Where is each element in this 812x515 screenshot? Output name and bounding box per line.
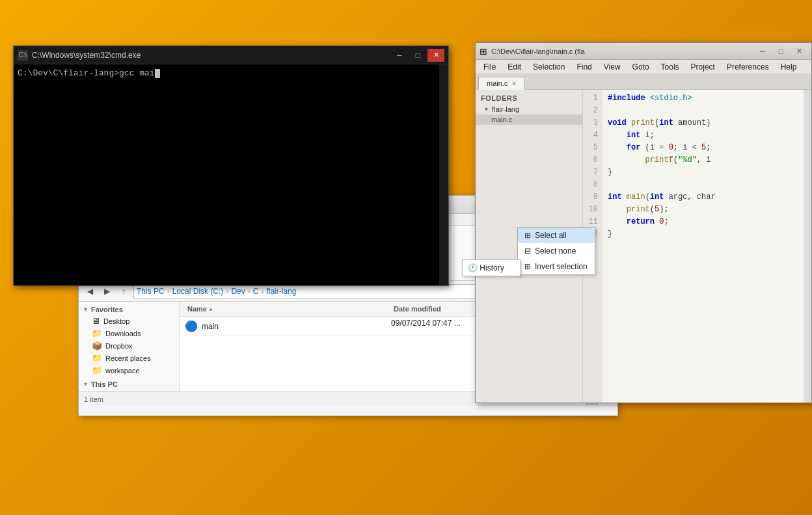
cmd-title: C:\Windows\system32\cmd.exe (32, 51, 141, 60)
dropdown-invertsel[interactable]: ⊞ Invert selection (518, 259, 595, 274)
menu-view[interactable]: View (599, 61, 626, 73)
code-line-10: print(5); (608, 204, 806, 216)
desktop-fav-label: Desktop (103, 317, 129, 325)
code-line-9: int main(int argc, char (608, 191, 806, 204)
cmd-window: C:\ C:\Windows\system32\cmd.exe ─ □ ✕ C:… (13, 46, 449, 286)
breadcrumb-dev[interactable]: Dev (231, 287, 245, 296)
favorites-header[interactable]: ▼ Favorites (79, 304, 179, 315)
file-name-cell: 🔵 main (185, 319, 391, 334)
breadcrumb-thispc[interactable]: This PC (137, 287, 165, 296)
editor-minimize-button[interactable]: ─ (754, 45, 771, 58)
breadcrumb: This PC › Local Disk (C:) › Dev › C › fl… (137, 287, 296, 296)
file-date: 09/07/2014 07:47 ... (391, 319, 482, 334)
col-date-label: Date modified (394, 305, 441, 313)
tab-mainc-label: main.c (487, 79, 508, 87)
dropbox-icon: 📦 (92, 341, 102, 350)
dropdown-selectall[interactable]: ⊞ Select all (518, 228, 595, 243)
invertsel-dd-label: Invert selection (535, 262, 588, 271)
desktop: C:\ C:\Windows\system32\cmd.exe ─ □ ✕ C:… (0, 0, 812, 515)
thispc-arrow: ▼ (83, 381, 88, 388)
menu-goto[interactable]: Goto (627, 61, 655, 73)
editor-tabs: main.c ✕ (476, 74, 811, 90)
code-line-7: } (608, 166, 806, 179)
cmd-scrollbar[interactable] (439, 64, 448, 285)
editor-sidebar-header: FOLDERS (476, 92, 582, 104)
file-icon: 🔵 (185, 320, 198, 332)
code-area: 1 2 3 4 5 6 7 8 9 10 11 12 #include <std… (583, 90, 811, 403)
desktop-pc-icon: 🖥 (92, 391, 100, 391)
thispc-header[interactable]: ▼ This PC (79, 379, 179, 390)
code-line-3: void print(int amount) (608, 117, 806, 129)
editor-app-icon: ⊞ (480, 46, 487, 57)
menu-find[interactable]: Find (571, 61, 597, 73)
thispc-section: ▼ This PC 🖥 Desktop 📁 Documents 📁 Downlo… (79, 379, 179, 391)
breadcrumb-sep3: › (248, 287, 250, 296)
code-line-6: printf("%d", i (608, 154, 806, 166)
editor-titlebar: ⊞ C:\Dev\C\flair-lang\main.c (fla ─ □ ✕ (476, 43, 811, 60)
col-date[interactable]: Date modified (391, 304, 482, 314)
cmd-body: C:\Dev\C\flair-lang>gcc mai (14, 64, 448, 285)
sidebar-item-downloads-fav[interactable]: 📁 Downloads (79, 327, 179, 339)
cmd-close-button[interactable]: ✕ (427, 49, 444, 62)
history-icon: 🕐 (468, 263, 478, 272)
menu-selection[interactable]: Selection (528, 61, 570, 73)
menu-edit[interactable]: Edit (502, 61, 526, 73)
menu-file[interactable]: File (478, 61, 501, 73)
menu-help[interactable]: Help (776, 61, 802, 73)
selectnone-dd-label: Select none (535, 246, 576, 256)
code-line-8 (608, 179, 806, 191)
editor-close-button[interactable]: ✕ (791, 45, 807, 58)
thispc-label: This PC (91, 380, 118, 388)
cmd-titlebar-buttons: ─ □ ✕ (391, 49, 444, 62)
code-line-1: #include <stdio.h> (608, 92, 806, 105)
menu-tools[interactable]: Tools (656, 61, 684, 73)
code-line-4: int i; (608, 129, 806, 142)
editor-scrollbar[interactable] (804, 90, 811, 403)
menu-preferences[interactable]: Preferences (722, 61, 774, 73)
sidebar-item-recent[interactable]: 📁 Recent places (79, 352, 179, 364)
col-name[interactable]: Name ▲ (185, 304, 391, 314)
breadcrumb-flairlang[interactable]: flair-lang (266, 287, 296, 296)
breadcrumb-sep1: › (167, 287, 170, 296)
code-line-11: return 0; (608, 216, 806, 228)
sidebar-file-mainc[interactable]: main.c (476, 114, 582, 125)
sidebar-item-desktop-pc[interactable]: 🖥 Desktop (79, 390, 179, 391)
cmd-minimize-button[interactable]: ─ (391, 49, 408, 62)
tab-mainc[interactable]: main.c ✕ (478, 77, 525, 90)
dropdown-selectnone[interactable]: ⊟ Select none (518, 243, 595, 259)
file-name: main (202, 322, 219, 331)
breadcrumb-sep2: › (226, 287, 228, 296)
folder-arrow-down: ▼ (483, 106, 489, 112)
breadcrumb-sep4: › (261, 287, 264, 296)
selectall-dd-label: Select all (535, 231, 567, 240)
file-mainc-label: main.c (491, 116, 512, 124)
editor-menubar: File Edit Selection Find View Goto Tools… (476, 60, 811, 74)
code-line-12: } (608, 228, 806, 241)
explorer-sidebar: ▼ Favorites 🖥 Desktop 📁 Downloads 📦 Drop… (79, 302, 180, 391)
breadcrumb-c[interactable]: C (253, 287, 259, 296)
desktop-fav-icon: 🖥 (92, 316, 100, 326)
code-line-5: for (i = 0; i < 5; (608, 142, 806, 154)
cmd-app-icon: C:\ (19, 51, 27, 59)
breadcrumb-localdisk[interactable]: Local Disk (C:) (172, 287, 224, 296)
sidebar-item-desktop-fav[interactable]: 🖥 Desktop (79, 315, 179, 327)
select-dropdown: ⊞ Select all ⊟ Select none ⊞ Invert sele… (517, 227, 595, 275)
sidebar-folder-flairlang[interactable]: ▼ flair-lang (476, 104, 582, 114)
code-content[interactable]: #include <stdio.h> void print(int amount… (602, 90, 811, 403)
menu-project[interactable]: Project (686, 61, 720, 73)
history-label: History (480, 263, 504, 272)
sidebar-item-dropbox[interactable]: 📦 Dropbox (79, 339, 179, 352)
history-item[interactable]: 🕐 History (463, 261, 520, 274)
cmd-maximize-button[interactable]: □ (409, 49, 426, 62)
favorites-label: Favorites (91, 306, 123, 313)
selectall-dd-icon: ⊞ (524, 231, 531, 240)
tab-close-icon[interactable]: ✕ (511, 80, 517, 87)
cmd-titlebar: C:\ C:\Windows\system32\cmd.exe ─ □ ✕ (14, 46, 448, 64)
editor-maximize-button[interactable]: □ (772, 45, 789, 58)
editor-title: C:\Dev\C\flair-lang\main.c (fla (491, 47, 585, 55)
cmd-icon: C:\ (18, 50, 28, 60)
dropbox-label: Dropbox (105, 342, 133, 350)
sidebar-item-workspace[interactable]: 📁 workspace (79, 364, 179, 376)
downloads-fav-label: Downloads (105, 330, 141, 337)
workspace-label: workspace (105, 367, 140, 375)
